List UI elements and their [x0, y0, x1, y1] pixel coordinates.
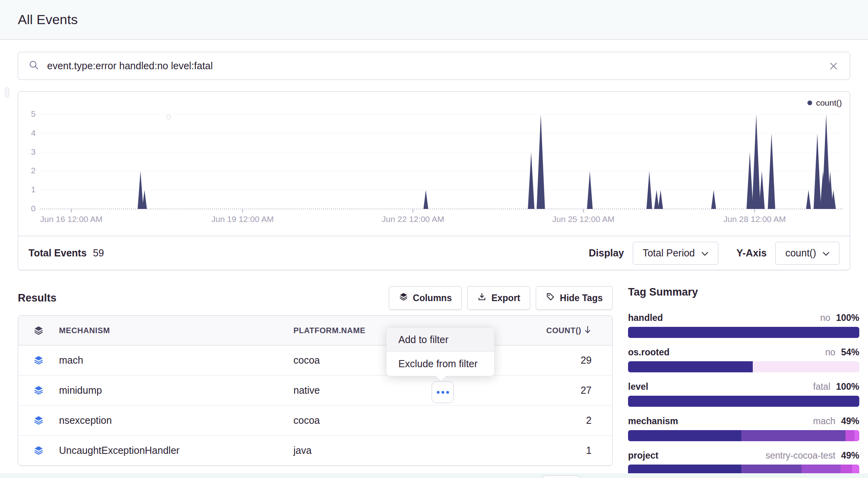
events-chart-card: count() 012345 Jun 16 12:00 AMJun 19 12:… [18, 91, 850, 270]
cell-count: 29 [538, 355, 602, 366]
tag-top-value: fatal 100% [813, 381, 859, 392]
table-row[interactable]: nsexceptioncocoa2 [18, 406, 612, 436]
page-header: All Events [0, 0, 868, 40]
row-stack-icon [18, 355, 59, 366]
search-input[interactable] [46, 60, 828, 72]
tag-label-row: projectsentry-cocoa-test 49% [628, 450, 859, 461]
tag-bar-segment[interactable] [628, 327, 859, 338]
column-header-count[interactable]: COUNT() [538, 325, 602, 336]
all-events-page: All Events count() 012345 Jun 16 12:00 A… [0, 0, 868, 478]
table-header: MECHANISM PLATFORM.NAME COUNT() [18, 316, 612, 345]
cell-mechanism: minidump [59, 385, 293, 396]
tag-top-value: mach 49% [813, 416, 859, 427]
tag-item: os.rootedno 54% [628, 347, 859, 372]
table-body: machcocoa29minidumpnative27nsexceptionco… [18, 345, 612, 465]
column-header-mechanism[interactable]: MECHANISM [59, 326, 293, 335]
row-actions-ellipsis-button[interactable] [432, 381, 454, 403]
tag-bar-segment[interactable] [628, 430, 741, 441]
chevron-down-icon [701, 247, 708, 259]
cell-platform: java [293, 445, 538, 456]
row-stack-icon [18, 445, 59, 456]
search-icon [29, 60, 39, 72]
tag-label-row: levelfatal 100% [628, 381, 859, 392]
tag-list: handledno 100%os.rootedno 54%levelfatal … [628, 313, 859, 476]
chevron-down-icon [822, 247, 830, 259]
yaxis-dropdown[interactable]: count() [775, 242, 839, 265]
events-spike-chart[interactable] [40, 110, 844, 214]
tag-name: handled [628, 313, 663, 323]
y-axis-label: 3 [21, 147, 36, 157]
cell-count: 1 [538, 445, 602, 456]
stack-icon[interactable] [18, 325, 59, 336]
x-axis-label: Jun 19 12:00 AM [211, 214, 274, 224]
total-events-value: 59 [93, 247, 104, 259]
row-stack-icon [18, 385, 59, 396]
cell-count: 2 [538, 415, 602, 426]
tag-name: project [628, 450, 659, 461]
tag-top-value: sentry-cocoa-test 49% [765, 450, 859, 461]
download-icon [477, 292, 487, 304]
table-row[interactable]: UncaughtExceptionHandlerjava1 [18, 436, 612, 465]
cell-mechanism: mach [59, 355, 293, 366]
tag-distribution-bar[interactable] [628, 396, 859, 407]
x-axis-label: Jun 22 12:00 AM [382, 214, 444, 224]
tag-bar-segment[interactable] [628, 396, 859, 407]
legend-label: count() [816, 98, 842, 108]
tag-name: mechanism [628, 416, 678, 427]
tag-item: handledno 100% [628, 313, 859, 338]
results-title: Results [18, 292, 57, 304]
tag-icon [546, 292, 555, 304]
results-header-row: Results Columns Export Hide Tags [18, 286, 613, 310]
tag-item: projectsentry-cocoa-test 49% [628, 450, 859, 476]
tag-name: level [628, 381, 648, 392]
tag-bar-segment[interactable] [753, 361, 859, 372]
table-row[interactable]: minidumpnative27 [18, 376, 612, 406]
tag-top-value: no 54% [825, 347, 859, 358]
cell-platform: cocoa [293, 415, 538, 426]
tag-distribution-bar[interactable] [628, 430, 859, 441]
display-dropdown[interactable]: Total Period [633, 242, 718, 265]
page-title: All Events [18, 12, 78, 27]
layers-icon [399, 292, 408, 304]
tag-label-row: mechanismmach 49% [628, 416, 859, 427]
tag-item: mechanismmach 49% [628, 416, 859, 441]
y-axis-label: 4 [21, 128, 36, 138]
table-row[interactable]: machcocoa29 [18, 345, 612, 376]
legend-dot-icon [807, 101, 812, 105]
total-events-label: Total Events [29, 247, 87, 259]
row-stack-icon [18, 415, 59, 426]
y-axis-label: 1 [21, 185, 36, 194]
tag-distribution-bar[interactable] [628, 361, 859, 372]
tag-icon-button[interactable]: Hide Tags [536, 286, 613, 310]
menu-item-add-to-filter[interactable]: Add to filter [386, 328, 494, 352]
export-button[interactable]: Export [467, 286, 530, 310]
cell-platform: native [293, 385, 538, 396]
clear-search-icon[interactable] [828, 60, 839, 72]
yaxis-label: Y-Axis [737, 247, 767, 259]
tag-name: os.rooted [628, 347, 670, 358]
ellipsis-dot [437, 391, 440, 394]
sort-desc-icon [584, 325, 592, 336]
chart-legend: count() [807, 98, 842, 108]
x-axis-label: Jun 28 12:00 AM [723, 214, 786, 224]
tag-top-value: no 100% [820, 313, 859, 323]
x-axis-label: Jun 16 12:00 AM [40, 214, 103, 224]
y-axis-label: 2 [21, 166, 36, 175]
ellipsis-dot [446, 391, 449, 394]
tag-bar-segment[interactable] [741, 430, 845, 441]
cell-action-menu: Add to filter Exclude from filter [386, 327, 495, 376]
tag-distribution-bar[interactable] [628, 327, 859, 338]
results-table: MECHANISM PLATFORM.NAME COUNT() machcoco… [18, 315, 613, 466]
columns-button[interactable]: Columns [389, 286, 462, 310]
scrollbar-artifact [5, 87, 9, 98]
pagination-button-partial[interactable] [542, 476, 580, 478]
tag-bar-segment[interactable] [628, 361, 753, 372]
search-bar[interactable] [18, 52, 850, 80]
x-axis-label: Jun 25 12:00 AM [552, 214, 615, 224]
y-axis-label: 5 [21, 109, 36, 119]
display-label: Display [589, 247, 624, 259]
tag-label-row: os.rootedno 54% [628, 347, 859, 358]
tag-bar-segment[interactable] [845, 430, 855, 441]
tag-bar-segment[interactable] [855, 430, 859, 441]
cell-count: 27 [538, 385, 602, 396]
